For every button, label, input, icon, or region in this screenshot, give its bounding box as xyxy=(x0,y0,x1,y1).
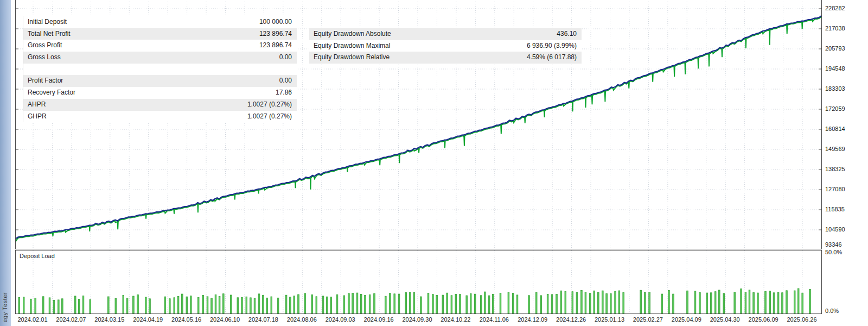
deposit-load-bar xyxy=(446,293,448,314)
x-axis-date-label: 2024.12.26 xyxy=(553,316,590,323)
x-axis-date-label: 2024.04.19 xyxy=(130,316,167,323)
x-axis-date-label: 2024.11.06 xyxy=(476,316,513,323)
results-table-left: Initial Deposit100 000.00Total Net Profi… xyxy=(23,16,297,122)
deposit-load-panel[interactable] xyxy=(15,250,822,314)
deposit-load-bar xyxy=(108,297,110,314)
y-axis-tick-label: 217038 xyxy=(825,25,845,32)
deposit-load-bar xyxy=(246,297,247,314)
deposit-load-bar xyxy=(455,294,457,314)
deposit-load-bar xyxy=(687,291,688,314)
deposit-load-bar xyxy=(90,300,91,314)
stat-label: Total Net Profit xyxy=(23,28,259,40)
strategy-tester-panel-tab[interactable]: egy Tester xyxy=(0,0,11,326)
deposit-load-bar xyxy=(174,298,175,314)
deposit-load-bar xyxy=(258,294,260,314)
y-axis-tick-label: 172059 xyxy=(825,105,845,112)
x-axis-date-label: 2024.02.07 xyxy=(53,316,90,323)
stat-label: Gross Loss xyxy=(23,52,279,64)
deposit-load-bar xyxy=(765,291,767,314)
deposit-load-bar xyxy=(215,295,216,314)
stat-value: 100 000.00 xyxy=(259,16,297,28)
deposit-load-bar xyxy=(602,291,604,314)
deposit-load-bar xyxy=(336,294,338,314)
deposit-load-bar xyxy=(480,296,482,314)
stat-row: AHPR1.0027 (0.27%) xyxy=(23,99,297,111)
deposit-load-bar xyxy=(182,294,183,314)
deposit-load-bar xyxy=(271,297,272,314)
stat-label: Gross Profit xyxy=(23,40,259,52)
stat-label: AHPR xyxy=(23,99,247,111)
deposit-load-bar xyxy=(18,298,20,314)
deposit-load-bar xyxy=(211,298,213,314)
y-axis-tick-label: 115835 xyxy=(825,206,845,213)
deposit-load-bar xyxy=(427,293,429,314)
deposit-load-bar xyxy=(126,298,128,314)
y-axis-tick-label: 183303 xyxy=(825,85,845,92)
deposit-load-bar xyxy=(585,292,586,314)
deposit-load-bar xyxy=(500,293,501,314)
stat-row: Equity Drawdown Absolute436.10 xyxy=(309,28,582,40)
deposit-load-bar xyxy=(316,297,317,314)
deposit-load-bar xyxy=(74,296,76,314)
stat-row: Recovery Factor17.86 xyxy=(23,87,297,99)
x-axis-date-label: 2024.09.30 xyxy=(399,316,436,323)
deposit-load-bar xyxy=(551,294,553,314)
deposit-load-bar xyxy=(405,292,407,314)
deposit-load-bar xyxy=(390,293,391,314)
deposit-load-bar xyxy=(374,293,375,314)
deposit-load-bar xyxy=(598,292,599,314)
x-axis-date-label: 2025.01.13 xyxy=(591,316,628,323)
stat-row: Gross Profit123 896.74 xyxy=(23,40,297,52)
stat-value: 4.59% (6 017.88) xyxy=(527,52,582,64)
stat-label: Equity Drawdown Absolute xyxy=(309,28,557,40)
x-axis-date-label: 2024.09.03 xyxy=(322,316,359,323)
deposit-load-bar xyxy=(82,296,84,314)
x-axis-date-label: 2025.06.09 xyxy=(745,316,782,323)
stat-row: GHPR1.0027 (0.27%) xyxy=(23,111,297,123)
stat-label: GHPR xyxy=(23,111,247,123)
deposit-load-svg[interactable] xyxy=(16,250,821,314)
x-axis-date-label: 2024.08.06 xyxy=(283,316,320,323)
deposit-load-bar xyxy=(169,299,171,314)
deposit-load-bar xyxy=(606,293,608,314)
deposit-load-bar xyxy=(304,293,306,314)
deposit-load-bar xyxy=(360,294,362,314)
deposit-load-bar xyxy=(786,291,788,314)
deposit-load-bar xyxy=(560,291,562,314)
deposit-load-bar xyxy=(365,296,366,314)
deposit-load-bar xyxy=(49,298,50,314)
stat-value: 123 896.74 xyxy=(259,40,297,52)
x-axis-date-label: 2024.09.16 xyxy=(360,316,397,323)
stat-label: Profit Factor xyxy=(23,75,279,87)
deposit-load-bar xyxy=(115,299,117,314)
deposit-load-bar xyxy=(327,297,328,314)
deposit-load-bar xyxy=(547,294,548,314)
stat-value: 0.00 xyxy=(279,75,297,87)
y-axis-tick-label: 228282 xyxy=(825,5,845,12)
deposit-load-bar xyxy=(219,296,220,314)
deposit-load-bar xyxy=(436,295,438,314)
deposit-load-bar xyxy=(385,296,387,314)
deposit-load-bar xyxy=(311,294,313,314)
deposit-load-bar xyxy=(410,292,411,314)
deposit-load-bar xyxy=(343,296,345,314)
deposit-load-bar xyxy=(576,292,578,314)
deposit-load-bar xyxy=(734,292,736,314)
deposit-load-bar xyxy=(615,291,616,314)
deposit-load-bar xyxy=(773,293,775,314)
deposit-load-bar xyxy=(535,292,537,314)
deposit-load-bar xyxy=(186,297,188,314)
deposit-load-bar xyxy=(177,297,179,314)
deposit-load-bar xyxy=(769,291,771,314)
deposit-load-bar xyxy=(78,299,80,314)
deposit-load-bar xyxy=(610,293,612,314)
deposit-load-bar xyxy=(263,295,264,314)
deposit-load-bar xyxy=(777,292,779,314)
deposit-load-bar xyxy=(484,292,486,314)
stat-label: Equity Drawdown Relative xyxy=(309,52,527,64)
stat-label xyxy=(23,64,292,76)
x-axis-date-label: 2024.07.18 xyxy=(245,316,282,323)
deposit-load-bar xyxy=(420,297,422,314)
deposit-load-bar xyxy=(508,292,509,314)
x-axis-date-label: 2024.06.10 xyxy=(207,316,244,323)
